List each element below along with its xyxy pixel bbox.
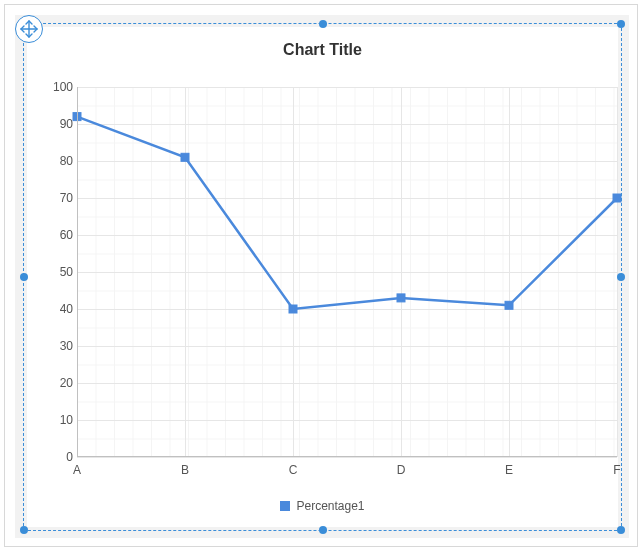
data-point-marker[interactable] bbox=[505, 301, 513, 309]
y-tick-label: 20 bbox=[45, 376, 73, 390]
chart-object-frame: Chart Title 0102030405060708090100ABCDEF… bbox=[4, 4, 638, 547]
data-point-marker[interactable] bbox=[181, 153, 189, 161]
data-point-marker[interactable] bbox=[397, 294, 405, 302]
chart-area[interactable]: Chart Title 0102030405060708090100ABCDEF… bbox=[27, 27, 618, 527]
gridline-h bbox=[77, 457, 617, 458]
chart-title[interactable]: Chart Title bbox=[27, 41, 618, 59]
y-tick-label: 50 bbox=[45, 265, 73, 279]
y-tick-label: 80 bbox=[45, 154, 73, 168]
x-tick-label: C bbox=[289, 463, 298, 477]
gridline-v bbox=[617, 87, 618, 457]
data-series-line[interactable] bbox=[77, 87, 617, 457]
axis-x bbox=[77, 456, 617, 457]
y-tick-label: 90 bbox=[45, 117, 73, 131]
y-tick-label: 0 bbox=[45, 450, 73, 464]
x-tick-label: A bbox=[73, 463, 81, 477]
y-tick-label: 70 bbox=[45, 191, 73, 205]
y-tick-label: 100 bbox=[45, 80, 73, 94]
y-tick-label: 60 bbox=[45, 228, 73, 242]
legend-label: Percentage1 bbox=[296, 499, 364, 513]
y-tick-label: 10 bbox=[45, 413, 73, 427]
data-point-marker[interactable] bbox=[613, 194, 621, 202]
legend-marker bbox=[280, 501, 290, 511]
plot-area[interactable]: 0102030405060708090100ABCDEF bbox=[77, 87, 617, 457]
y-tick-label: 30 bbox=[45, 339, 73, 353]
x-tick-label: E bbox=[505, 463, 513, 477]
x-tick-label: B bbox=[181, 463, 189, 477]
axis-y bbox=[77, 87, 78, 457]
move-handle-icon[interactable] bbox=[15, 15, 43, 43]
x-tick-label: D bbox=[397, 463, 406, 477]
series-line[interactable] bbox=[77, 117, 617, 309]
x-tick-label: F bbox=[613, 463, 620, 477]
data-point-marker[interactable] bbox=[289, 305, 297, 313]
legend[interactable]: Percentage1 bbox=[27, 498, 618, 513]
y-tick-label: 40 bbox=[45, 302, 73, 316]
